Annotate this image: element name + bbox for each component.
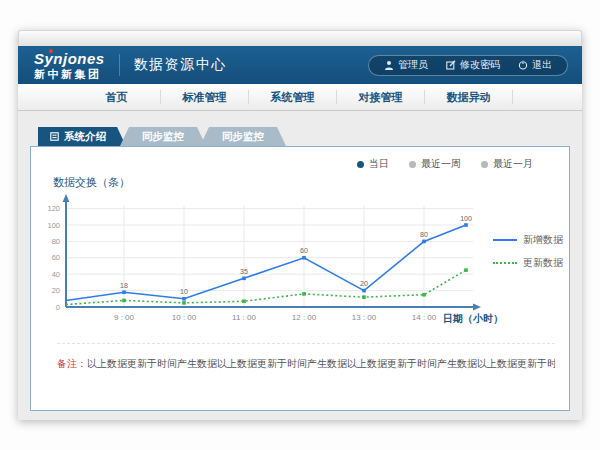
edit-icon [446,60,456,70]
svg-text:60: 60 [52,253,60,262]
svg-text:9 : 00: 9 : 00 [114,313,135,322]
tab-sync-monitor-1[interactable]: 同步监控 [120,127,206,146]
svg-text:100: 100 [460,215,472,222]
svg-text:35: 35 [240,268,248,275]
user-icon [384,60,394,70]
chart-panel: 当日 最近一周 最近一月 数据交换（条） 0204060801001209 : … [30,146,570,411]
filter-label: 最近一月 [493,157,533,171]
footnote-prefix: 备注： [57,358,87,369]
footnote: 备注：以上数据更新于时间产生数据以上数据更新于时间产生数据以上数据更新于时间产生… [57,343,555,371]
user-menu[interactable]: 管理员 [375,58,437,72]
tab-sync-monitor-2[interactable]: 同步监控 [200,127,286,146]
nav-item-data-change[interactable]: 数据异动 [425,90,513,104]
logo-text: Synjones [34,51,105,66]
user-pill: 管理员 修改密码 退出 [368,55,568,76]
filter-last-month[interactable]: 最近一月 [481,157,533,171]
svg-text:120: 120 [47,204,60,213]
filter-label: 最近一周 [421,157,461,171]
logout-label: 退出 [532,58,552,72]
chart-legend: 新增数据 更新数据 [493,233,563,279]
legend-label: 新增数据 [523,233,563,247]
svg-text:20: 20 [52,286,60,295]
logo-subtext: 新中新集团 [34,69,105,80]
user-label: 管理员 [398,58,428,72]
footnote-text: 以上数据更新于时间产生数据以上数据更新于时间产生数据以上数据更新于时间产生数据以… [87,358,555,369]
nav-item-interface-mgmt[interactable]: 对接管理 [337,90,425,104]
legend-item-new-data[interactable]: 新增数据 [493,233,563,247]
y-axis-title: 数据交换（条） [53,175,130,190]
tab-label: 系统介绍 [64,127,106,146]
filter-last-week[interactable]: 最近一周 [409,157,461,171]
window-chrome-strip [18,30,582,46]
logout-button[interactable]: 退出 [509,58,561,72]
change-password-label: 修改密码 [460,58,500,72]
filter-today[interactable]: 当日 [357,157,389,171]
app-header: Synjones 新中新集团 数据资源中心 管理员 修改密码 [18,46,582,84]
page-title: 数据资源中心 [134,56,227,74]
logo-spark-icon [49,49,53,53]
content-area: 系统介绍 同步监控 同步监控 当日 最近一周 最近一月 数据交 [18,111,582,420]
svg-text:14 : 00: 14 : 00 [412,313,437,322]
svg-text:12 : 00: 12 : 00 [292,313,317,322]
svg-text:11 : 00: 11 : 00 [232,313,256,322]
svg-text:日期（小时）: 日期（小时） [443,313,503,324]
range-filters: 当日 最近一周 最近一月 [357,157,533,171]
legend-item-updated-data[interactable]: 更新数据 [493,256,563,270]
svg-text:80: 80 [52,237,60,246]
svg-text:10: 10 [180,288,188,295]
filter-label: 当日 [369,157,389,171]
tab-system-intro[interactable]: 系统介绍 [38,127,126,146]
dotted-line-icon [493,262,517,264]
radio-icon [409,161,416,168]
power-icon [518,60,528,70]
change-password-button[interactable]: 修改密码 [437,58,509,72]
document-icon [50,132,59,141]
radio-icon [357,161,364,168]
company-logo[interactable]: Synjones 新中新集团 [34,51,105,80]
svg-text:40: 40 [52,270,60,279]
header-divider [119,54,120,76]
solid-line-icon [493,239,517,241]
nav-item-standard-mgmt[interactable]: 标准管理 [161,90,249,104]
svg-text:20: 20 [360,280,368,287]
svg-text:80: 80 [420,231,428,238]
main-nav: 首页 标准管理 系统管理 对接管理 数据异动 [18,84,582,111]
nav-item-home[interactable]: 首页 [73,90,161,104]
tab-bar: 系统介绍 同步监控 同步监控 [38,127,570,146]
svg-text:0: 0 [56,303,60,312]
radio-icon [481,161,488,168]
svg-text:18: 18 [120,282,128,289]
app-window: Synjones 新中新集团 数据资源中心 管理员 修改密码 [18,30,582,420]
nav-item-system-mgmt[interactable]: 系统管理 [249,90,337,104]
svg-text:100: 100 [47,221,60,230]
svg-text:60: 60 [300,247,308,254]
legend-label: 更新数据 [523,256,563,270]
svg-text:13 : 00: 13 : 00 [352,313,377,322]
svg-text:10 : 00: 10 : 00 [172,313,197,322]
